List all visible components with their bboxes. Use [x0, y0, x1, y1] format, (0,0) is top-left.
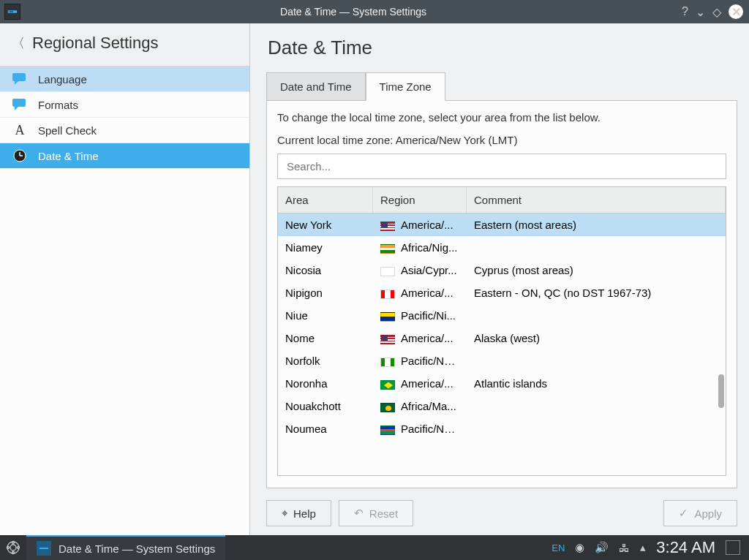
chevron-left-icon: 〈 — [12, 34, 25, 52]
task-app-icon — [37, 541, 51, 556]
svg-rect-16 — [39, 548, 48, 549]
close-icon[interactable]: ✕ — [729, 4, 743, 19]
reset-button[interactable]: ↶Reset — [339, 500, 413, 526]
cell-area: Niue — [278, 304, 373, 327]
cell-area: Nome — [278, 327, 373, 349]
titlebar: Date & Time — System Settings ? ⌄ ◇ ✕ — [0, 0, 749, 23]
svg-point-14 — [18, 547, 20, 549]
svg-rect-1 — [10, 11, 13, 12]
table-row[interactable]: New YorkAmerica/...Eastern (most areas) — [278, 213, 726, 236]
cell-area: Nipigon — [278, 281, 373, 304]
main-panel: Date & Time Date and Time Time Zone To c… — [250, 23, 749, 535]
cell-comment — [467, 424, 726, 434]
window-controls: ? ⌄ ◇ ✕ — [682, 4, 743, 19]
clock[interactable]: 3:24 AM — [656, 538, 715, 557]
updates-icon[interactable]: ◉ — [575, 541, 584, 554]
sidebar-back[interactable]: 〈 Regional Settings — [0, 23, 249, 67]
reset-button-label: Reset — [369, 507, 398, 520]
speech-bubble-icon — [12, 72, 28, 86]
cell-region: Pacific/Ni... — [373, 304, 467, 327]
cell-comment — [467, 401, 726, 412]
col-header-area[interactable]: Area — [278, 187, 373, 213]
flag-icon — [380, 403, 395, 412]
table-row[interactable]: NiuePacific/Ni... — [278, 304, 726, 327]
cell-area: Noumea — [278, 417, 373, 440]
sidebar-item-label: Formats — [38, 99, 78, 111]
cell-comment: Atlantic islands — [467, 372, 726, 395]
table-row[interactable]: NouakchottAfrica/Ma... — [278, 395, 726, 417]
scrollbar[interactable] — [715, 213, 724, 472]
cell-comment — [467, 356, 726, 366]
col-header-region[interactable]: Region — [373, 187, 467, 213]
table-row[interactable]: NipigonAmerica/...Eastern - ON, QC (no D… — [278, 281, 726, 304]
check-icon: ✓ — [679, 507, 688, 520]
page-title: Date & Time — [268, 37, 737, 59]
flag-icon — [380, 357, 395, 367]
svg-rect-4 — [12, 99, 26, 107]
tab-panel-timezone: To change the local time zone, select yo… — [266, 100, 737, 488]
tray-expand-icon[interactable]: ▴ — [640, 541, 646, 554]
cell-region: Pacific/No... — [373, 349, 467, 372]
flag-icon — [380, 290, 395, 299]
svg-point-13 — [7, 547, 10, 549]
cell-comment: Alaska (west) — [467, 327, 726, 349]
cell-comment: Cyprus (most areas) — [467, 259, 726, 281]
sidebar-item-language[interactable]: Language — [0, 67, 249, 92]
cell-comment: Eastern (most areas) — [467, 213, 726, 236]
keyboard-layout-indicator[interactable]: EN — [552, 542, 565, 553]
sidebar-item-label: Date & Time — [38, 150, 99, 162]
flag-icon — [380, 425, 395, 435]
minimize-icon[interactable]: ⌄ — [696, 5, 705, 19]
cell-comment — [467, 243, 726, 253]
flag-icon — [380, 244, 395, 254]
table-row[interactable]: NiameyAfrica/Nig... — [278, 236, 726, 259]
sidebar-item-label: Language — [38, 73, 87, 86]
cell-area: Niamey — [278, 236, 373, 259]
help-button-label: Help — [293, 507, 316, 520]
sidebar-item-datetime[interactable]: Date & Time — [0, 143, 249, 169]
cell-region: America/... — [373, 372, 467, 395]
taskbar: Date & Time — System Settings EN ◉ 🔊 🖧 ▴… — [0, 535, 749, 560]
cell-comment — [467, 311, 726, 321]
tabs: Date and Time Time Zone — [266, 72, 737, 101]
sidebar-item-spellcheck[interactable]: A Spell Check — [0, 118, 249, 143]
taskbar-task[interactable]: Date & Time — System Settings — [26, 535, 225, 560]
col-header-comment[interactable]: Comment — [467, 187, 726, 213]
flag-icon — [380, 267, 395, 276]
network-icon[interactable]: 🖧 — [619, 542, 630, 554]
cell-region: Africa/Nig... — [373, 236, 467, 259]
letter-a-icon: A — [12, 124, 28, 137]
sidebar: 〈 Regional Settings Language Formats A S… — [0, 23, 250, 535]
maximize-icon[interactable]: ◇ — [712, 5, 721, 19]
svg-marker-5 — [15, 106, 19, 110]
table-row[interactable]: NicosiaAsia/Cypr...Cyprus (most areas) — [278, 259, 726, 281]
cell-region: Pacific/Ne... — [373, 417, 467, 440]
tab-date-and-time[interactable]: Date and Time — [266, 72, 366, 101]
cell-region: Asia/Cypr... — [373, 259, 467, 281]
sidebar-item-label: Spell Check — [38, 124, 97, 137]
search-input[interactable] — [277, 154, 726, 179]
show-desktop-button[interactable] — [726, 540, 740, 555]
cell-region: America/... — [373, 281, 467, 304]
table-row[interactable]: NoronhaAmerica/...Atlantic islands — [278, 372, 726, 395]
table-row[interactable]: NoumeaPacific/Ne... — [278, 417, 726, 440]
apply-button[interactable]: ✓Apply — [663, 500, 737, 526]
tab-time-zone[interactable]: Time Zone — [366, 72, 445, 101]
cell-area: Nicosia — [278, 259, 373, 281]
task-label: Date & Time — System Settings — [59, 542, 215, 555]
scrollbar-thumb[interactable] — [718, 374, 724, 408]
volume-icon[interactable]: 🔊 — [595, 541, 609, 554]
apply-button-label: Apply — [694, 507, 722, 520]
system-tray: EN ◉ 🔊 🖧 ▴ 3:24 AM — [552, 538, 749, 557]
start-button[interactable] — [0, 535, 26, 560]
table-row[interactable]: NomeAmerica/...Alaska (west) — [278, 327, 726, 349]
cell-area: Noronha — [278, 372, 373, 395]
svg-rect-2 — [12, 73, 26, 81]
speech-bubble-icon — [12, 98, 28, 111]
app-icon — [4, 4, 20, 20]
sidebar-item-formats[interactable]: Formats — [0, 92, 249, 118]
help-button[interactable]: ⌖Help — [266, 500, 331, 526]
window-title: Date & Time — System Settings — [25, 6, 682, 18]
help-icon[interactable]: ? — [682, 5, 688, 18]
table-row[interactable]: NorfolkPacific/No... — [278, 349, 726, 372]
